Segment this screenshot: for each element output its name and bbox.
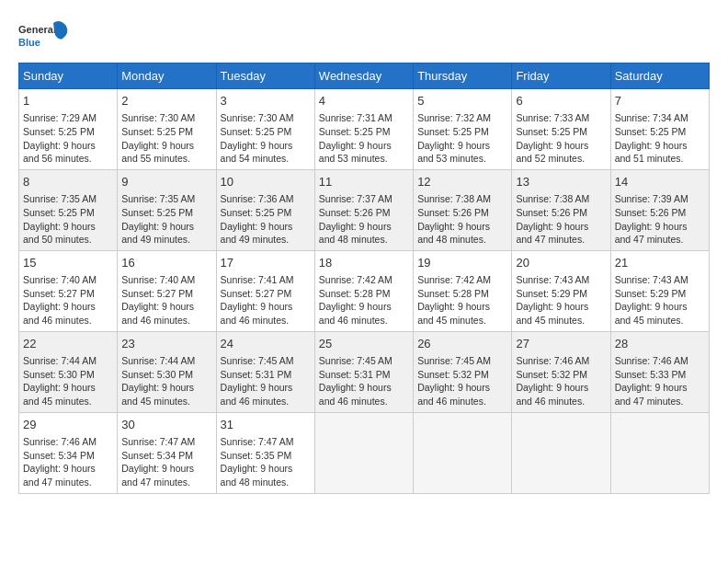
day-info-line: Sunrise: 7:41 AM [221, 273, 311, 287]
day-info-line: Sunset: 5:32 PM [417, 368, 507, 382]
weekday-header: Saturday [610, 63, 709, 89]
calendar-day-cell: 1Sunrise: 7:29 AMSunset: 5:25 PMDaylight… [19, 89, 118, 170]
calendar-day-cell: 6Sunrise: 7:33 AMSunset: 5:25 PMDaylight… [512, 89, 610, 170]
day-info-line: Sunset: 5:26 PM [319, 206, 409, 220]
day-info-line: Sunrise: 7:45 AM [221, 354, 311, 368]
day-info-line: Sunrise: 7:45 AM [319, 354, 409, 368]
logo-svg: GeneralBlue [18, 18, 74, 55]
day-number: 24 [221, 336, 311, 352]
svg-text:Blue: Blue [18, 37, 40, 48]
day-info-line: Sunrise: 7:40 AM [23, 273, 113, 287]
day-info-line: Daylight: 9 hours [221, 462, 311, 476]
day-info-line: and 45 minutes. [23, 395, 113, 408]
day-info-line: Daylight: 9 hours [319, 220, 409, 234]
day-info-line: Daylight: 9 hours [23, 381, 113, 395]
day-info-line: Sunrise: 7:38 AM [417, 192, 507, 206]
day-number: 7 [615, 93, 705, 109]
calendar-day-cell: 9Sunrise: 7:35 AMSunset: 5:25 PMDaylight… [118, 169, 216, 250]
day-info-line: Sunset: 5:33 PM [615, 368, 705, 382]
day-info-line: and 47 minutes. [121, 476, 211, 489]
day-info-line: Sunrise: 7:30 AM [221, 111, 311, 125]
day-info-line: and 47 minutes. [615, 395, 705, 408]
day-info-line: and 46 minutes. [221, 314, 311, 327]
day-info-line: Sunrise: 7:36 AM [221, 192, 311, 206]
day-info-line: Sunrise: 7:35 AM [23, 192, 113, 206]
day-info-line: and 46 minutes. [516, 395, 606, 408]
day-info-line: Sunrise: 7:32 AM [417, 111, 507, 125]
day-info-line: and 46 minutes. [221, 395, 311, 408]
calendar-week-row: 22Sunrise: 7:44 AMSunset: 5:30 PMDayligh… [19, 331, 710, 412]
day-number: 15 [23, 255, 113, 271]
day-info-line: and 49 minutes. [221, 233, 311, 247]
day-info-line: Sunset: 5:27 PM [121, 287, 211, 301]
day-info-line: and 45 minutes. [121, 395, 211, 408]
calendar-day-cell: 27Sunrise: 7:46 AMSunset: 5:32 PMDayligh… [512, 331, 610, 412]
day-info-line: Daylight: 9 hours [319, 139, 409, 153]
weekday-header: Friday [512, 63, 610, 89]
calendar-day-cell [414, 412, 512, 493]
calendar-day-cell: 21Sunrise: 7:43 AMSunset: 5:29 PMDayligh… [610, 250, 709, 331]
day-info-line: Sunset: 5:25 PM [23, 125, 113, 139]
day-info-line: Sunset: 5:25 PM [221, 125, 311, 139]
calendar-day-cell [512, 412, 610, 493]
day-info-line: Sunset: 5:26 PM [516, 206, 606, 220]
day-info-line: and 45 minutes. [516, 314, 606, 327]
day-info-line: Daylight: 9 hours [615, 139, 705, 153]
day-number: 2 [121, 93, 211, 109]
calendar-day-cell [610, 412, 709, 493]
day-info-line: and 48 minutes. [319, 233, 409, 247]
day-info-line: Sunset: 5:35 PM [221, 449, 311, 463]
day-info-line: Sunrise: 7:33 AM [516, 111, 606, 125]
day-info-line: and 52 minutes. [516, 152, 606, 166]
day-info-line: Daylight: 9 hours [417, 139, 507, 153]
calendar-day-cell: 5Sunrise: 7:32 AMSunset: 5:25 PMDaylight… [414, 89, 512, 170]
day-info-line: Sunrise: 7:38 AM [516, 192, 606, 206]
day-info-line: Sunrise: 7:46 AM [23, 435, 113, 449]
logo: GeneralBlue [18, 18, 74, 55]
day-info-line: Daylight: 9 hours [221, 300, 311, 314]
day-info-line: and 45 minutes. [615, 314, 705, 327]
day-info-line: Daylight: 9 hours [23, 462, 113, 476]
day-info-line: Sunrise: 7:47 AM [121, 435, 211, 449]
calendar-day-cell: 7Sunrise: 7:34 AMSunset: 5:25 PMDaylight… [610, 89, 709, 170]
day-info-line: Daylight: 9 hours [23, 300, 113, 314]
day-number: 19 [417, 255, 507, 271]
calendar-day-cell: 15Sunrise: 7:40 AMSunset: 5:27 PMDayligh… [19, 250, 118, 331]
day-info-line: Daylight: 9 hours [516, 381, 606, 395]
day-info-line: Sunset: 5:28 PM [319, 287, 409, 301]
day-number: 11 [319, 174, 409, 190]
day-info-line: Sunrise: 7:34 AM [615, 111, 705, 125]
day-info-line: Daylight: 9 hours [319, 381, 409, 395]
day-info-line: and 46 minutes. [319, 395, 409, 408]
day-number: 22 [23, 336, 113, 352]
day-info-line: and 54 minutes. [221, 152, 311, 166]
day-number: 18 [319, 255, 409, 271]
day-info-line: Sunset: 5:31 PM [221, 368, 311, 382]
calendar-header-row: SundayMondayTuesdayWednesdayThursdayFrid… [19, 63, 710, 89]
day-info-line: and 53 minutes. [319, 152, 409, 166]
day-info-line: Daylight: 9 hours [23, 220, 113, 234]
calendar-day-cell: 28Sunrise: 7:46 AMSunset: 5:33 PMDayligh… [610, 331, 709, 412]
day-number: 17 [221, 255, 311, 271]
day-info-line: and 46 minutes. [319, 314, 409, 327]
calendar-day-cell: 16Sunrise: 7:40 AMSunset: 5:27 PMDayligh… [118, 250, 216, 331]
day-info-line: Sunset: 5:25 PM [121, 125, 211, 139]
day-info-line: and 55 minutes. [121, 152, 211, 166]
calendar-day-cell: 29Sunrise: 7:46 AMSunset: 5:34 PMDayligh… [19, 412, 118, 493]
day-info-line: and 46 minutes. [23, 314, 113, 327]
day-info-line: and 47 minutes. [615, 233, 705, 247]
calendar-day-cell: 20Sunrise: 7:43 AMSunset: 5:29 PMDayligh… [512, 250, 610, 331]
day-info-line: Sunrise: 7:47 AM [221, 435, 311, 449]
calendar-table: SundayMondayTuesdayWednesdayThursdayFrid… [18, 63, 710, 494]
day-number: 16 [121, 255, 211, 271]
day-info-line: Sunset: 5:25 PM [516, 125, 606, 139]
day-info-line: Sunset: 5:31 PM [319, 368, 409, 382]
day-number: 5 [417, 93, 507, 109]
day-info-line: Daylight: 9 hours [417, 220, 507, 234]
day-info-line: Daylight: 9 hours [221, 381, 311, 395]
day-info-line: and 51 minutes. [615, 152, 705, 166]
day-info-line: Sunset: 5:25 PM [615, 125, 705, 139]
weekday-header: Sunday [19, 63, 118, 89]
day-info-line: Sunset: 5:25 PM [319, 125, 409, 139]
day-info-line: Sunset: 5:30 PM [121, 368, 211, 382]
